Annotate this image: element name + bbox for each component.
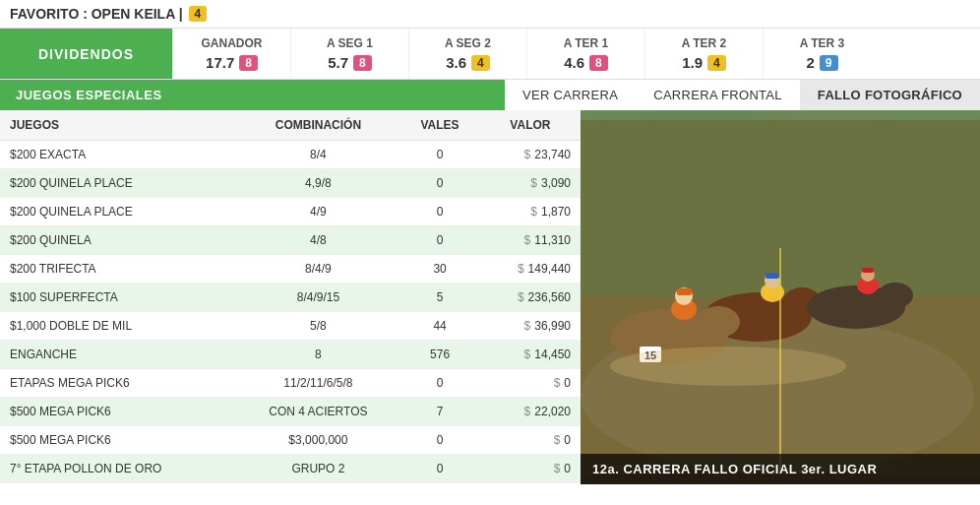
cell-combinacion-1: 4,9/8 — [236, 169, 399, 198]
image-area: 15 12a. CARRERA FALLO OFICIAL 3er. LUGAR — [581, 110, 980, 484]
top-bar: FAVORITO : OPEN KEILA | 4 — [0, 0, 980, 29]
cell-valor-2: $1,870 — [480, 198, 581, 226]
cell-valor-6: $36,990 — [480, 312, 581, 341]
action-bar: JUEGOS ESPECIALES VER CARRERACARRERA FRO… — [0, 80, 980, 110]
dollar-sign-3: $ — [524, 233, 531, 247]
cell-vales-3: 0 — [399, 226, 480, 255]
dollar-sign-1: $ — [530, 176, 537, 190]
cell-valor-0: $23,740 — [480, 141, 581, 169]
action-btn-2[interactable]: FALLO FOTOGRÁFICO — [800, 80, 980, 110]
table-row: ENGANCHE 8 576 $14,450 — [0, 341, 581, 369]
svg-rect-5 — [797, 287, 805, 307]
div-item-2: A SEG 2 3.6 4 — [408, 29, 526, 79]
div-value-1: 5.7 8 — [328, 54, 372, 71]
dividendos-title: DIVIDENDOS — [0, 29, 172, 79]
table-area: JUEGOSCOMBINACIÓNVALESVALOR $200 EXACTA … — [0, 110, 581, 484]
svg-point-23 — [610, 347, 846, 386]
race-svg: 15 — [581, 110, 980, 484]
cell-vales-10: 0 — [399, 426, 480, 455]
div-badge-1: 8 — [353, 55, 372, 71]
svg-rect-14 — [862, 268, 874, 273]
svg-rect-17 — [713, 307, 722, 329]
cell-combinacion-11: GRUPO 2 — [236, 455, 399, 483]
div-label-4: A TER 2 — [682, 36, 727, 50]
dollar-sign-8: $ — [554, 376, 561, 390]
table-row: $500 MEGA PICK6 $3,000,000 0 $0 — [0, 426, 581, 455]
div-item-5: A TER 3 2 9 — [763, 29, 881, 79]
cell-combinacion-4: 8/4/9 — [236, 255, 399, 284]
horse-scene: 15 — [581, 110, 980, 484]
cell-valor-7: $14,450 — [480, 341, 581, 369]
cell-juego-0: $200 EXACTA — [0, 141, 236, 169]
div-badge-2: 4 — [471, 55, 490, 71]
cell-juego-8: ETAPAS MEGA PICK6 — [0, 369, 236, 398]
cell-juego-4: $200 TRIFECTA — [0, 255, 236, 284]
th-1: COMBINACIÓN — [236, 110, 399, 141]
div-item-0: GANADOR 17.7 8 — [172, 29, 290, 79]
div-value-3: 4.6 8 — [564, 54, 608, 71]
cell-combinacion-10: $3,000,000 — [236, 426, 399, 455]
cell-combinacion-7: 8 — [236, 341, 399, 369]
cell-juego-2: $200 QUINELA PLACE — [0, 198, 236, 226]
cell-combinacion-6: 5/8 — [236, 312, 399, 341]
dollar-sign-4: $ — [518, 262, 524, 276]
cell-juego-10: $500 MEGA PICK6 — [0, 426, 236, 455]
th-0: JUEGOS — [0, 110, 236, 141]
cell-combinacion-9: CON 4 ACIERTOS — [236, 398, 399, 426]
cell-valor-9: $22,020 — [480, 398, 581, 426]
cell-combinacion-8: 11/2/11/6/5/8 — [236, 369, 399, 398]
action-btn-0[interactable]: VER CARRERA — [505, 80, 636, 110]
cell-vales-9: 7 — [399, 398, 480, 426]
table-row: $200 QUINELA PLACE 4,9/8 0 $3,090 — [0, 169, 581, 198]
dollar-sign-11: $ — [554, 462, 561, 475]
cell-valor-10: $0 — [480, 426, 581, 455]
dividendos-table: JUEGOSCOMBINACIÓNVALESVALOR $200 EXACTA … — [0, 110, 581, 483]
favorito-badge: 4 — [189, 6, 208, 22]
div-label-5: A TER 3 — [800, 36, 845, 50]
th-3: VALOR — [480, 110, 581, 141]
div-value-5: 2 9 — [806, 54, 837, 71]
cell-combinacion-5: 8/4/9/15 — [236, 284, 399, 312]
table-row: $200 TRIFECTA 8/4/9 30 $149,440 — [0, 255, 581, 284]
cell-vales-5: 5 — [399, 284, 480, 312]
div-item-4: A TER 2 1.9 4 — [644, 29, 763, 79]
cell-vales-0: 0 — [399, 141, 480, 169]
cell-juego-1: $200 QUINELA PLACE — [0, 169, 236, 198]
dollar-sign-2: $ — [530, 205, 537, 219]
cell-valor-1: $3,090 — [480, 169, 581, 198]
dividendos-bar: DIVIDENDOS GANADOR 17.7 8 A SEG 1 5.7 8 … — [0, 29, 980, 80]
cell-valor-4: $149,440 — [480, 255, 581, 284]
dollar-sign-5: $ — [518, 290, 524, 304]
cell-vales-8: 0 — [399, 369, 480, 398]
div-value-0: 17.7 8 — [206, 54, 258, 71]
cell-valor-5: $236,560 — [480, 284, 581, 312]
cell-juego-3: $200 QUINELA — [0, 226, 236, 255]
cell-juego-6: $1,000 DOBLE DE MIL — [0, 312, 236, 341]
svg-rect-8 — [766, 273, 779, 279]
favorito-label: FAVORITO : OPEN KEILA | — [10, 6, 183, 22]
cell-combinacion-3: 4/8 — [236, 226, 399, 255]
div-label-0: GANADOR — [202, 36, 263, 50]
image-caption: 12a. CARRERA FALLO OFICIAL 3er. LUGAR — [581, 454, 980, 484]
cell-vales-1: 0 — [399, 169, 480, 198]
div-badge-0: 8 — [239, 55, 258, 71]
dollar-sign-9: $ — [524, 405, 531, 418]
div-item-1: A SEG 1 5.7 8 — [290, 29, 408, 79]
cell-vales-2: 0 — [399, 198, 480, 226]
dollar-sign-7: $ — [524, 347, 531, 361]
cell-vales-7: 576 — [399, 341, 480, 369]
div-label-3: A TER 1 — [564, 36, 609, 50]
div-label-1: A SEG 1 — [327, 36, 373, 50]
cell-valor-3: $11,310 — [480, 226, 581, 255]
action-btn-1[interactable]: CARRERA FRONTAL — [636, 80, 800, 110]
table-row: $100 SUPERFECTA 8/4/9/15 5 $236,560 — [0, 284, 581, 312]
div-item-3: A TER 1 4.6 8 — [526, 29, 644, 79]
cell-juego-9: $500 MEGA PICK6 — [0, 398, 236, 426]
table-row: 7° ETAPA POLLON DE ORO GRUPO 2 0 $0 — [0, 455, 581, 483]
div-badge-3: 8 — [589, 55, 608, 71]
th-2: VALES — [399, 110, 480, 141]
div-badge-5: 9 — [820, 55, 838, 71]
cell-vales-6: 44 — [399, 312, 480, 341]
table-row: ETAPAS MEGA PICK6 11/2/11/6/5/8 0 $0 — [0, 369, 581, 398]
table-row: $1,000 DOBLE DE MIL 5/8 44 $36,990 — [0, 312, 581, 341]
